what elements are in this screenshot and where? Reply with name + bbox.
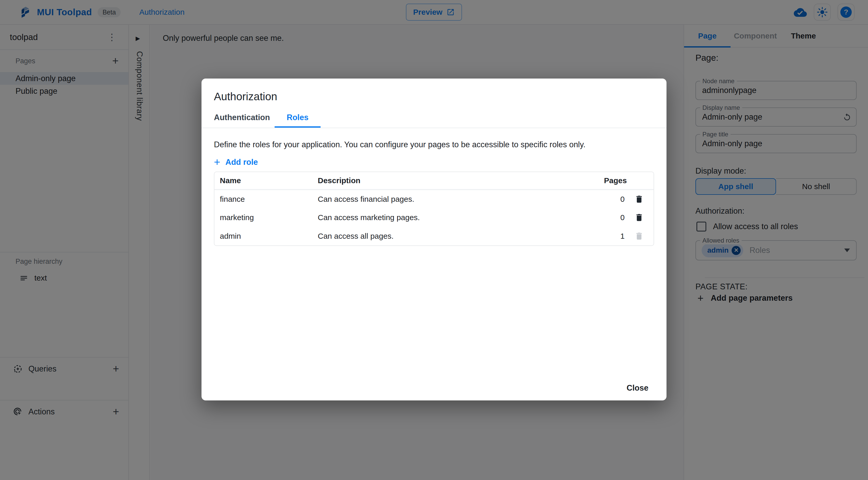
role-pages-count: 1 <box>604 232 625 241</box>
table-header-row: Name Description Pages <box>214 172 654 190</box>
toolpad-studio-app: MUI Toolpad Beta Authorization Preview <box>0 0 868 480</box>
role-pages-count: 0 <box>604 213 625 222</box>
role-name: marketing <box>214 213 318 222</box>
dialog-title: Authorization <box>214 90 277 103</box>
tab-authentication[interactable]: Authentication <box>214 108 275 128</box>
close-dialog-button[interactable]: Close <box>621 380 654 396</box>
role-description: Can access marketing pages. <box>318 213 604 222</box>
delete-role-button[interactable] <box>634 194 644 204</box>
add-role-button[interactable]: + Add role <box>214 156 261 169</box>
delete-role-button[interactable] <box>634 213 644 222</box>
role-description: Can access all pages. <box>318 232 604 241</box>
role-name: admin <box>214 232 318 241</box>
delete-role-button-disabled <box>634 232 644 241</box>
add-role-label: Add role <box>225 158 258 167</box>
authorization-dialog: Authorization Authentication Roles Defin… <box>202 79 666 400</box>
dialog-tabs: Authentication Roles <box>214 108 320 128</box>
plus-icon: + <box>214 158 220 167</box>
header-name: Name <box>214 176 318 185</box>
table-row: marketing Can access marketing pages. 0 <box>214 208 654 227</box>
roles-description: Define the roles for your application. Y… <box>214 140 585 149</box>
header-description: Description <box>318 176 604 185</box>
roles-table: Name Description Pages finance Can acces… <box>214 172 654 246</box>
table-row: finance Can access financial pages. 0 <box>214 190 654 208</box>
role-description: Can access financial pages. <box>318 195 604 204</box>
role-name: finance <box>214 195 318 204</box>
table-row: admin Can access all pages. 1 <box>214 227 654 245</box>
header-pages: Pages <box>604 176 625 185</box>
tab-roles[interactable]: Roles <box>275 108 320 128</box>
role-pages-count: 0 <box>604 195 625 204</box>
tabs-divider <box>202 128 666 128</box>
